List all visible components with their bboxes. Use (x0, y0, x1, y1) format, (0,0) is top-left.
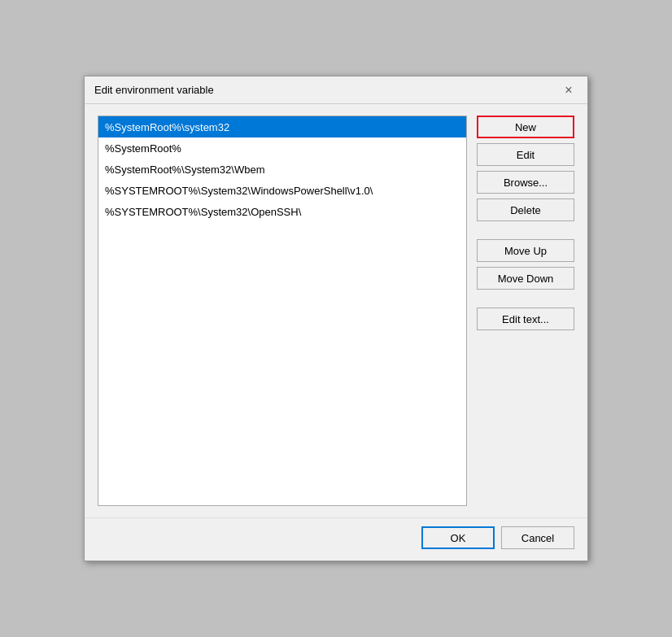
close-button[interactable]: × (560, 81, 578, 99)
new-button[interactable]: New (477, 116, 574, 138)
list-item[interactable]: %SYSTEMROOT%\System32\WindowsPowerShell\… (98, 180, 466, 201)
edit-button[interactable]: Edit (477, 143, 574, 166)
spacer-2 (477, 295, 574, 303)
dialog-title: Edit environment variable (94, 84, 214, 96)
list-item[interactable]: %SystemRoot%\system32 (98, 116, 466, 137)
list-item[interactable]: %SYSTEMROOT%\System32\OpenSSH\ (98, 201, 466, 222)
button-panel: New Edit Browse... Delete Move Up Move D… (477, 116, 574, 506)
list-item[interactable]: %SystemRoot% (98, 137, 466, 159)
spacer-1 (477, 226, 574, 234)
edit-text-button[interactable]: Edit text... (477, 308, 574, 330)
env-var-list[interactable]: %SystemRoot%\system32%SystemRoot%%System… (98, 116, 467, 506)
ok-button[interactable]: OK (421, 526, 495, 549)
dialog-content: %SystemRoot%\system32%SystemRoot%%System… (85, 104, 587, 517)
move-up-button[interactable]: Move Up (477, 239, 574, 262)
list-item[interactable]: %SystemRoot%\System32\Wbem (98, 159, 466, 180)
title-bar: Edit environment variable × (85, 76, 587, 104)
edit-env-var-dialog: Edit environment variable × %SystemRoot%… (84, 76, 588, 561)
cancel-button[interactable]: Cancel (501, 526, 574, 549)
move-down-button[interactable]: Move Down (477, 267, 574, 290)
delete-button[interactable]: Delete (477, 199, 574, 221)
dialog-footer: OK Cancel (85, 517, 587, 561)
browse-button[interactable]: Browse... (477, 171, 574, 194)
